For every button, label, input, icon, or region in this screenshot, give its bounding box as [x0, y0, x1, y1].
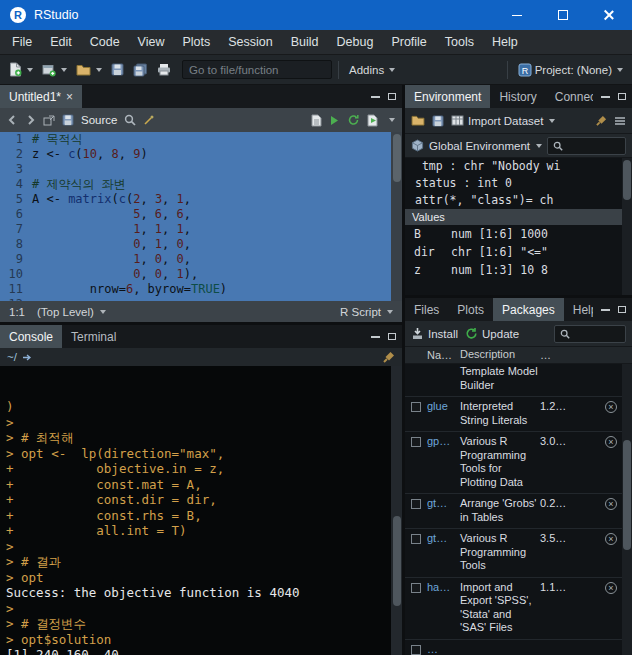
package-checkbox[interactable] [411, 534, 421, 544]
scrollbar-thumb[interactable] [393, 516, 401, 606]
popout-icon[interactable] [43, 115, 55, 126]
addins-button[interactable]: Addins [345, 61, 399, 79]
menu-item-plots[interactable]: Plots [173, 30, 219, 54]
menu-item-profile[interactable]: Profile [382, 30, 435, 54]
scrollbar-thumb[interactable] [393, 134, 401, 182]
minimize-button[interactable] [494, 0, 540, 30]
console[interactable]: )>> # 최적해> opt <- lp(direction="max",+ o… [0, 366, 402, 655]
scope-selector[interactable]: (Top Level) [37, 306, 106, 318]
open-directory-icon[interactable] [22, 353, 32, 362]
print-button[interactable] [153, 60, 175, 79]
package-checkbox[interactable] [411, 645, 421, 655]
forward-icon[interactable] [25, 115, 36, 125]
package-checkbox[interactable] [411, 402, 421, 412]
new-project-button[interactable] [38, 60, 71, 80]
tab-untitled1[interactable]: Untitled1* [0, 85, 82, 108]
header-version[interactable]: … [538, 349, 568, 361]
scrollbar-thumb[interactable] [623, 440, 631, 550]
tab-history[interactable]: History [490, 85, 545, 108]
filetype-selector[interactable]: R Script [340, 306, 393, 318]
env-value-row[interactable]: dirchr [1:6] "<=" [405, 243, 632, 261]
maximize-button[interactable] [540, 0, 586, 30]
remove-package-icon[interactable] [605, 498, 617, 510]
menu-item-tools[interactable]: Tools [436, 30, 483, 54]
maximize-pane-icon[interactable] [618, 93, 626, 100]
code-tools-icon[interactable] [143, 114, 155, 126]
package-name-link[interactable]: gt… [427, 497, 460, 509]
project-button[interactable]: R Project: (None) [514, 60, 627, 80]
clear-console-icon[interactable] [383, 351, 395, 363]
env-value-row[interactable]: Bnum [1:6] 1000 [405, 225, 632, 243]
package-name-link[interactable]: … [427, 643, 460, 655]
package-name-link[interactable]: gt… [427, 532, 460, 544]
remove-package-icon[interactable] [605, 533, 617, 545]
environment-scrollbar[interactable] [622, 158, 632, 295]
back-icon[interactable] [7, 115, 18, 125]
header-name[interactable]: Na… [427, 349, 460, 361]
rerun-icon[interactable] [347, 114, 360, 126]
menu-item-session[interactable]: Session [219, 30, 281, 54]
tab-console[interactable]: Console [0, 325, 62, 348]
menu-item-build[interactable]: Build [282, 30, 328, 54]
package-name-link[interactable]: glue [427, 400, 460, 412]
workspace-save-icon[interactable] [432, 115, 444, 127]
close-button[interactable] [586, 0, 632, 30]
open-file-button[interactable] [72, 61, 106, 79]
remove-package-icon[interactable] [605, 582, 617, 594]
menu-item-file[interactable]: File [3, 30, 41, 54]
code-editor[interactable]: 1# 목적식2z <- c(10, 8, 9)34# 제약식의 좌변5A <- … [0, 132, 402, 301]
minimize-pane-icon[interactable] [371, 336, 380, 338]
scrollbar-thumb[interactable] [623, 160, 631, 200]
header-description[interactable]: Description [460, 348, 538, 362]
maximize-pane-icon[interactable] [388, 333, 396, 340]
minimize-pane-icon[interactable] [601, 96, 610, 98]
source-menu-caret[interactable] [389, 118, 395, 122]
compile-report-icon[interactable] [311, 114, 322, 127]
save-button[interactable] [107, 60, 128, 79]
package-checkbox[interactable] [411, 499, 421, 509]
run-icon[interactable] [329, 115, 340, 126]
maximize-pane-icon[interactable] [618, 306, 626, 313]
packages-scrollbar[interactable] [622, 364, 632, 655]
menu-item-debug[interactable]: Debug [328, 30, 383, 54]
environment-search[interactable] [547, 137, 626, 155]
menu-item-edit[interactable]: Edit [41, 30, 81, 54]
package-name-link[interactable]: gp… [427, 435, 460, 447]
package-name-link[interactable]: ha… [427, 581, 460, 593]
install-button[interactable]: Install [411, 327, 458, 340]
menu-item-help[interactable]: Help [483, 30, 527, 54]
remove-package-icon[interactable] [605, 401, 617, 413]
clear-workspace-icon[interactable] [596, 115, 607, 126]
minimize-pane-icon[interactable] [601, 309, 610, 311]
remove-package-icon[interactable] [605, 436, 617, 448]
packages-search[interactable] [554, 325, 626, 343]
workspace-open-icon[interactable] [411, 115, 425, 126]
maximize-pane-icon[interactable] [388, 93, 396, 100]
tab-close-icon[interactable] [66, 91, 73, 103]
list-view-icon[interactable] [614, 116, 626, 126]
package-checkbox[interactable] [411, 437, 421, 447]
goto-file-input[interactable] [182, 60, 332, 79]
find-replace-icon[interactable] [124, 114, 136, 126]
minimize-pane-icon[interactable] [371, 96, 380, 98]
package-checkbox[interactable] [411, 583, 421, 593]
update-button[interactable]: Update [465, 327, 519, 340]
environment-search-input[interactable] [567, 140, 620, 152]
save-icon[interactable] [62, 114, 74, 126]
tab-files[interactable]: Files [405, 298, 448, 321]
tab-packages[interactable]: Packages [493, 298, 564, 321]
new-file-button[interactable] [5, 59, 37, 80]
console-scrollbar[interactable] [391, 366, 402, 655]
environment-scope-selector[interactable]: Global Environment [429, 140, 542, 152]
tab-environment[interactable]: Environment [405, 85, 490, 108]
import-dataset-button[interactable]: Import Dataset [451, 115, 555, 127]
menu-item-code[interactable]: Code [81, 30, 129, 54]
save-all-button[interactable] [129, 60, 152, 80]
env-value-row[interactable]: znum [1:3] 10 8 [405, 261, 632, 279]
tab-plots[interactable]: Plots [448, 298, 493, 321]
tab-terminal[interactable]: Terminal [62, 325, 125, 348]
menu-item-view[interactable]: View [129, 30, 174, 54]
editor-scrollbar[interactable] [391, 132, 402, 301]
packages-search-input[interactable] [574, 328, 620, 340]
source-script-icon[interactable] [367, 114, 380, 127]
